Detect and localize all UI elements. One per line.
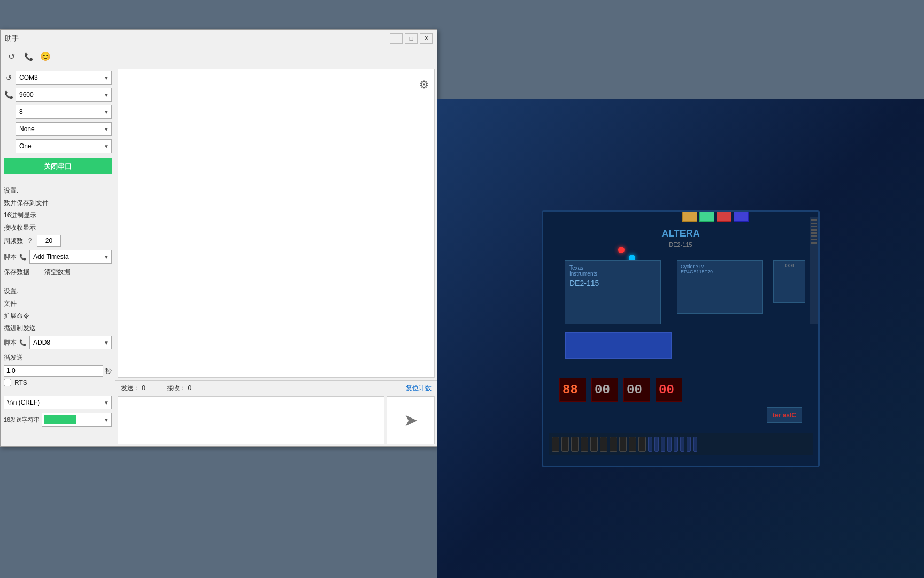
seg-display-3: 00 xyxy=(623,378,650,402)
parity-select[interactable]: None Odd Even xyxy=(18,123,109,135)
fpga-chip: Texas Instruments DE2-115 xyxy=(565,260,661,324)
seg-digit-3: 00 xyxy=(627,383,642,397)
baud-rate-dropdown[interactable]: 9600 115200 57600 ▼ xyxy=(16,88,112,102)
reset-count-link[interactable]: 复位计数 xyxy=(406,384,432,393)
hex-display-label: 16进制显示 xyxy=(4,211,36,220)
timestamp-select[interactable]: Add Timesta None xyxy=(32,250,109,263)
terasic-logo: ter asIC xyxy=(773,412,796,419)
baud-rate-row: 📞 9600 115200 57600 ▼ xyxy=(4,88,112,102)
chip-brand: Texas xyxy=(569,265,656,271)
cyclone-chip: Cyclone IV EP4CE115F29 xyxy=(677,260,763,314)
extend-cmd-link[interactable]: 扩展命令 xyxy=(4,311,29,321)
refresh-icon[interactable]: ↺ xyxy=(5,50,18,63)
settings-icon[interactable]: ⚙ xyxy=(417,77,432,92)
divider-3 xyxy=(4,391,112,391)
button-4 xyxy=(667,437,672,452)
button-2 xyxy=(654,437,659,452)
stopbits-dropdown[interactable]: One Two ▼ xyxy=(16,139,112,153)
color-dropdown[interactable]: ▼ xyxy=(42,413,112,427)
save-file-label: 数并保存到文件 xyxy=(4,199,49,208)
receive-status: 接收： 0 xyxy=(167,384,191,393)
window-controls: ─ □ ✕ xyxy=(390,33,433,44)
auto-send-label: 循进制发送 xyxy=(4,324,36,333)
hardware-photo: ALTERA DE2-115 Texas Instruments DE2-115… xyxy=(437,99,924,578)
settings-label: 设置. xyxy=(4,186,18,195)
settings2-row: 设置. xyxy=(4,286,112,296)
protocol-select[interactable]: ADD8 None Custom xyxy=(32,336,109,349)
parity-dropdown[interactable]: None Odd Even ▼ xyxy=(16,122,112,136)
seg-display-1: 88 xyxy=(559,378,586,402)
button-3 xyxy=(661,437,665,452)
altera-label: ALTERA xyxy=(661,228,700,239)
freq-input[interactable] xyxy=(37,235,61,247)
auto-send-row: 循进制发送 xyxy=(4,323,112,333)
clear-data-link[interactable]: 清空数据 xyxy=(44,268,70,277)
freq-row: 周频数 ? xyxy=(4,235,112,247)
baud-rate-select[interactable]: 9600 115200 57600 xyxy=(18,88,109,101)
script-label: 脚本 xyxy=(4,253,17,262)
hex-display-row: 16进制显示 xyxy=(4,210,112,220)
send-textarea[interactable] xyxy=(118,396,384,444)
maximize-button[interactable]: □ xyxy=(405,33,418,44)
color-send-row: 16发送字符串 ▼ xyxy=(4,413,112,427)
rts-checkbox[interactable] xyxy=(4,379,11,386)
switch-1 xyxy=(552,437,559,452)
app-window: 助手 ─ □ ✕ ↺ 📞 😊 ⚙ ↺ COM3 COM1 COM2 xyxy=(0,29,437,447)
newline-select[interactable]: \r\n (CRLF) \n (LF) \r (CR) None xyxy=(6,396,109,409)
send-status: 发送： 0 xyxy=(121,384,145,393)
title-bar: 助手 ─ □ ✕ xyxy=(1,30,437,47)
send-arrow-icon: ➤ xyxy=(404,410,418,430)
rx-display-row: 接收收显示 xyxy=(4,223,112,233)
send-row: ➤ xyxy=(118,396,435,444)
switch-5 xyxy=(590,437,598,452)
sidebar: ↺ COM3 COM1 COM2 COM4 ▼ 📞 9600 xyxy=(1,66,116,446)
baud-icon: 📞 xyxy=(4,90,13,100)
protocol-dropdown[interactable]: ADD8 None Custom ▼ xyxy=(29,336,112,349)
switch-3 xyxy=(571,437,579,452)
status-bar: 发送： 0 接收： 0 复位计数 xyxy=(116,380,437,396)
divider-2 xyxy=(4,282,112,282)
cyclone-brand: Cyclone IV xyxy=(681,264,759,269)
close-serial-button[interactable]: 关闭串口 xyxy=(4,158,112,174)
script-row: 脚本 📞 Add Timesta None ▼ xyxy=(4,250,112,264)
file-row: 文件 xyxy=(4,299,112,309)
send-button[interactable]: ➤ xyxy=(387,396,435,444)
freq-help-icon[interactable]: ? xyxy=(25,236,35,246)
model-label: DE2-115 xyxy=(669,241,692,248)
receive-area[interactable] xyxy=(118,69,435,378)
minimize-button[interactable]: ─ xyxy=(390,33,403,44)
interval-input[interactable] xyxy=(4,365,103,377)
seg-digit-2: 00 xyxy=(595,383,610,397)
timestamp-dropdown[interactable]: Add Timesta None ▼ xyxy=(29,250,112,264)
interval-label: 循发送 xyxy=(4,353,23,362)
phone-icon[interactable]: 📞 xyxy=(22,50,35,63)
button-1 xyxy=(648,437,652,452)
script-icon: 📞 xyxy=(19,253,27,261)
databits-select[interactable]: 8 7 6 xyxy=(18,105,109,118)
chip-brand2: Instruments xyxy=(569,271,656,277)
com-port-dropdown[interactable]: COM3 COM1 COM2 COM4 ▼ xyxy=(16,71,112,85)
toolbar: ↺ 📞 😊 ⚙ xyxy=(1,47,437,66)
settings2-label: 设置. xyxy=(4,287,18,296)
button-8 xyxy=(693,437,697,452)
color-send-label: 16发送字符串 xyxy=(4,416,40,424)
data-controls-row: 保存数据 清空数据 xyxy=(4,267,112,277)
pcb-display: ALTERA DE2-115 Texas Instruments DE2-115… xyxy=(437,99,924,578)
right-connector xyxy=(810,217,818,324)
databits-dropdown[interactable]: 8 7 6 ▼ xyxy=(16,105,112,119)
com-port-row: ↺ COM3 COM1 COM2 COM4 ▼ xyxy=(4,71,112,85)
save-file-row: 数并保存到文件 xyxy=(4,198,112,208)
refresh-com-icon[interactable]: ↺ xyxy=(4,73,13,82)
com-port-select[interactable]: COM3 COM1 COM2 COM4 xyxy=(18,71,109,84)
seg-digit-1: 88 xyxy=(563,383,578,397)
script2-row: 脚本 📞 ADD8 None Custom ▼ xyxy=(4,336,112,349)
settings-row: 设置. xyxy=(4,186,112,196)
save-data-link[interactable]: 保存数据 xyxy=(4,268,29,277)
close-button[interactable]: ✕ xyxy=(420,33,433,44)
emoji-icon[interactable]: 😊 xyxy=(39,50,52,63)
stopbits-select[interactable]: One Two xyxy=(18,140,109,153)
receive-label: 接收： xyxy=(167,384,186,392)
window-title: 助手 xyxy=(5,34,19,43)
newline-dropdown[interactable]: \r\n (CRLF) \n (LF) \r (CR) None ▼ xyxy=(4,396,112,409)
databits-row: 8 7 6 ▼ xyxy=(4,105,112,119)
